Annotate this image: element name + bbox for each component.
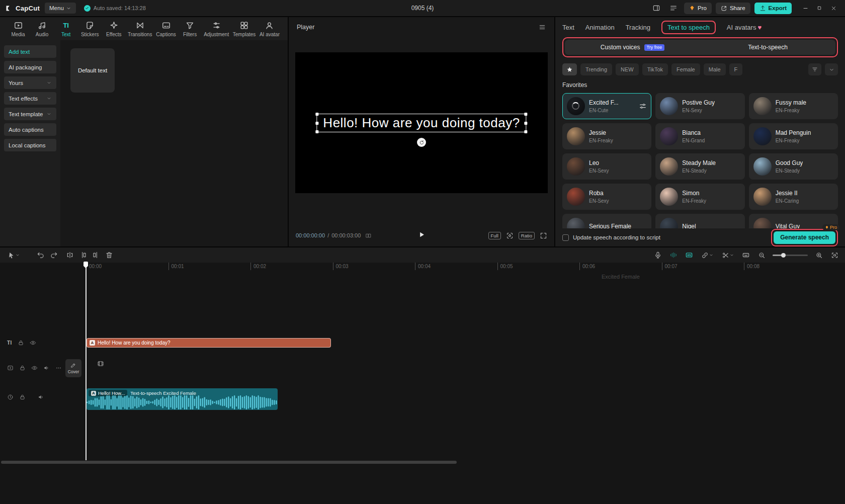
zoom-slider-knob[interactable]: [781, 253, 786, 258]
voice-card[interactable]: Roba EN-Sexy: [562, 184, 651, 210]
filter-chip[interactable]: Trending: [580, 63, 612, 75]
eye-icon[interactable]: [31, 365, 38, 371]
ribbon-item-stickers[interactable]: Stickers: [80, 21, 100, 37]
favorites-filter-chip[interactable]: [562, 63, 577, 75]
player-menu-icon[interactable]: [538, 23, 546, 31]
maximize-button[interactable]: [813, 2, 826, 14]
lock-icon[interactable]: [19, 394, 26, 400]
voice-card[interactable]: Simon EN-Freaky: [655, 184, 744, 210]
select-tool-button[interactable]: [4, 249, 23, 261]
voice-card[interactable]: Serious Female: [562, 214, 651, 228]
eye-icon[interactable]: [30, 340, 36, 346]
playhead[interactable]: [86, 263, 87, 460]
zoom-in-button[interactable]: [812, 249, 825, 261]
voice-card[interactable]: Jessie EN-Freaky: [562, 123, 651, 149]
ribbon-item-ai-avatar[interactable]: AI avatar: [260, 21, 280, 37]
ribbon-item-media[interactable]: Media: [8, 21, 28, 37]
resize-handle[interactable]: [525, 113, 528, 116]
expand-filters-button[interactable]: [825, 63, 838, 75]
undo-button[interactable]: [34, 249, 47, 261]
minimize-button[interactable]: [799, 2, 812, 14]
timeline-ruler[interactable]: 00:0000:0100:0200:0300:0400:0500:0600:07…: [86, 263, 845, 272]
link-clips-button[interactable]: [698, 249, 716, 261]
record-voiceover-button[interactable]: [651, 249, 664, 261]
filter-chip[interactable]: Male: [704, 63, 726, 75]
voice-card[interactable]: Postive Guy EN-Sexy: [655, 93, 744, 119]
video-preview[interactable]: Hello! How are you doing today?: [295, 52, 548, 193]
fullscreen-icon[interactable]: [540, 232, 547, 239]
audio-waveform-toggle[interactable]: [667, 249, 680, 261]
tab-text[interactable]: Text: [562, 24, 574, 31]
lock-icon[interactable]: [18, 340, 24, 346]
caption-view-toggle[interactable]: [683, 249, 696, 261]
sort-filter-button[interactable]: [808, 63, 821, 75]
frame-view-icon[interactable]: [365, 232, 372, 239]
sidebar-item-text-effects[interactable]: Text effects: [4, 92, 56, 105]
voice-card[interactable]: Good Guy EN-Steady: [749, 153, 838, 180]
tab-ai-avatars[interactable]: AI avatars♥: [727, 24, 762, 31]
ribbon-item-filters[interactable]: Filters: [180, 21, 200, 37]
menu-button[interactable]: Menu: [45, 3, 76, 14]
export-button[interactable]: Export: [754, 3, 792, 14]
voice-card[interactable]: Nigel: [655, 214, 744, 228]
edit-cover-button[interactable]: Cover: [65, 359, 81, 377]
layout-toggle-button[interactable]: [650, 2, 663, 14]
list-view-button[interactable]: [667, 2, 680, 14]
ribbon-item-transitions[interactable]: Transitions: [128, 21, 152, 37]
shortcuts-button[interactable]: [739, 249, 752, 261]
audio-clip[interactable]: A Hello! How... Text-to-speech Excited F…: [87, 388, 278, 410]
timeline-zoom-slider[interactable]: [773, 255, 808, 256]
resize-handle[interactable]: [525, 122, 528, 125]
generate-speech-button[interactable]: Generate speech: [774, 231, 835, 244]
mute-icon[interactable]: [43, 365, 50, 371]
pro-button[interactable]: Pro: [684, 3, 712, 14]
voice-card[interactable]: Mad Penguin EN-Freaky: [749, 123, 838, 149]
selected-text-overlay[interactable]: Hello! How are you doing today?: [316, 114, 526, 132]
redo-button[interactable]: [47, 249, 60, 261]
update-script-checkbox[interactable]: [562, 234, 569, 241]
tab-text-to-speech[interactable]: Text to speech: [661, 21, 716, 34]
custom-voices-segment[interactable]: Custom voices Try free: [565, 40, 700, 55]
zoom-out-button[interactable]: [755, 249, 768, 261]
auto-cut-button[interactable]: [719, 249, 737, 261]
voice-settings-icon[interactable]: [639, 102, 647, 110]
split-button[interactable]: [63, 249, 76, 261]
tab-animation[interactable]: Animation: [585, 24, 615, 31]
delete-button[interactable]: [103, 249, 116, 261]
sidebar-item-yours[interactable]: Yours: [4, 76, 56, 89]
focus-icon[interactable]: [506, 232, 514, 239]
delete-left-button[interactable]: [76, 249, 90, 261]
filter-chip[interactable]: NEW: [616, 63, 639, 75]
more-options-icon[interactable]: [55, 365, 62, 371]
fit-timeline-button[interactable]: [828, 249, 841, 261]
lock-icon[interactable]: [19, 365, 26, 371]
resize-handle[interactable]: [525, 130, 528, 133]
resize-handle[interactable]: [315, 130, 318, 133]
text-clip[interactable]: A Hello! How are you doing today?: [87, 338, 331, 348]
ribbon-item-captions[interactable]: Captions: [156, 21, 176, 37]
resize-handle[interactable]: [315, 113, 318, 116]
ribbon-item-adjustment[interactable]: Adjustment: [204, 21, 229, 37]
delete-right-button[interactable]: [90, 249, 103, 261]
tab-tracking[interactable]: Tracking: [626, 24, 650, 31]
ratio-button[interactable]: Ratio: [519, 232, 535, 239]
voice-card[interactable]: Fussy male EN-Freaky: [749, 93, 838, 119]
share-button[interactable]: Share: [716, 3, 750, 14]
filter-chip[interactable]: F: [729, 63, 743, 75]
ribbon-item-templates[interactable]: Templates: [233, 21, 256, 37]
mute-icon[interactable]: [38, 394, 44, 400]
filter-chip[interactable]: TikTok: [642, 63, 668, 75]
ribbon-item-text[interactable]: TIText: [56, 21, 76, 37]
voice-card[interactable]: Leo EN-Sexy: [562, 153, 651, 180]
ribbon-item-effects[interactable]: Effects: [104, 21, 124, 37]
timeline-horizontal-scrollbar[interactable]: [1, 461, 457, 464]
text-to-speech-segment[interactable]: Text-to-speech: [700, 40, 835, 55]
rotate-handle[interactable]: [417, 138, 426, 147]
voice-card[interactable]: Jessie II EN-Caring: [749, 184, 838, 210]
play-button[interactable]: [417, 230, 426, 241]
filter-chip[interactable]: Female: [671, 63, 700, 75]
sidebar-item-add-text[interactable]: Add text: [4, 45, 56, 58]
default-text-card[interactable]: Default text: [70, 48, 115, 93]
voice-card[interactable]: Steady Male EN-Steady: [655, 153, 744, 180]
voice-card[interactable]: Bianca EN-Grand: [655, 123, 744, 149]
